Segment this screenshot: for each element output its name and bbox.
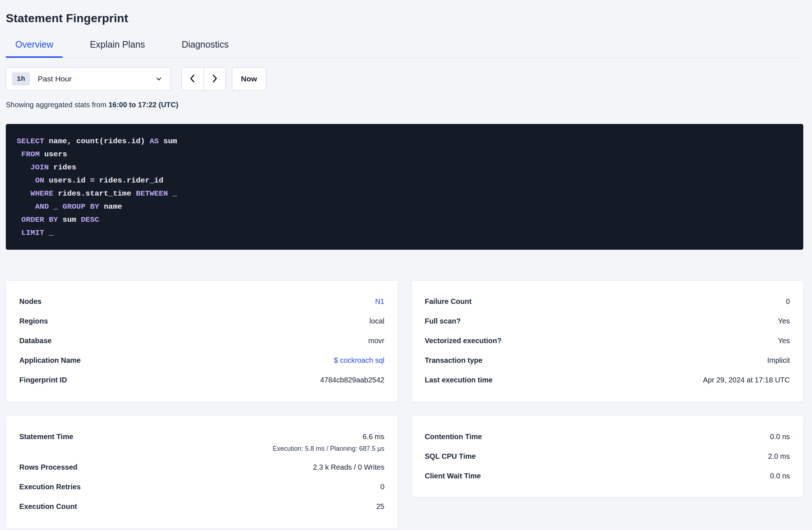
stat-value-stack: 6.6 msExecution: 5.8 ms / Planning: 687.…: [273, 427, 385, 453]
stat-value: Implicit: [767, 356, 790, 365]
sql-identifier: sum: [159, 137, 177, 145]
stat-value: 6.6 ms: [362, 427, 384, 446]
stat-row: Full scan?Yes: [425, 311, 790, 331]
time-range-dropdown[interactable]: 1h Past Hour: [6, 67, 171, 91]
stat-label: Database: [19, 337, 52, 345]
chevron-down-icon: [155, 75, 162, 83]
statement-stats-card: Statement Time6.6 msExecution: 5.8 ms / …: [6, 415, 398, 529]
stat-value: 0: [786, 297, 790, 306]
time-stats-card: Contention Time0.0 nsSQL CPU Time2.0 msC…: [411, 415, 804, 497]
stats-cards-row: Statement Time6.6 msExecution: 5.8 ms / …: [6, 415, 803, 529]
stat-row: Vectorized execution?Yes: [425, 331, 790, 350]
stat-label: Full scan?: [425, 317, 461, 325]
stat-row: Regionslocal: [19, 311, 385, 331]
sql-identifier: users.id = rides.rider_id: [44, 176, 164, 185]
sql-identifier: rides.start_time: [53, 189, 136, 198]
stat-row: Statement Time6.6 msExecution: 5.8 ms / …: [19, 427, 385, 457]
stat-label: Fingerprint ID: [19, 376, 67, 384]
sql-line: ORDER BY sum DESC: [17, 213, 792, 226]
stat-value: Apr 29, 2024 at 17:18 UTC: [703, 376, 790, 384]
stat-row: Databasemovr: [19, 331, 385, 350]
sql-line: FROM users: [17, 148, 792, 161]
sql-keyword: LIMIT: [21, 229, 44, 237]
statement-fingerprint-page: Statement Fingerprint Overview Explain P…: [0, 10, 812, 529]
stat-row: Last execution timeApr 29, 2024 at 17:18…: [425, 370, 790, 390]
time-picker-row: 1h Past Hour Now: [6, 67, 803, 91]
sql-keyword: AND: [35, 202, 49, 211]
page-title: Statement Fingerprint: [6, 10, 803, 26]
aggregated-stats-line: Showing aggregated stats from 16:00 to 1…: [6, 101, 803, 109]
chevron-right-icon: [210, 74, 219, 84]
tab-bar: Overview Explain Plans Diagnostics: [6, 40, 803, 58]
stat-label: SQL CPU Time: [425, 452, 476, 461]
sql-identifier: _: [168, 189, 177, 198]
stat-value: movr: [368, 337, 384, 345]
stat-label: Last execution time: [425, 376, 493, 384]
execution-attributes-card: Failure Count0Full scan?YesVectorized ex…: [411, 280, 804, 402]
stat-row: Rows Processed2.3 k Reads / 0 Writes: [19, 457, 385, 477]
stat-label: Rows Processed: [19, 463, 77, 471]
previous-time-window-button[interactable]: [182, 68, 204, 90]
sql-keyword: GROUP BY: [63, 202, 99, 211]
sql-statement-box: SELECT name, count(rides.id) AS sum FROM…: [6, 124, 803, 250]
sql-identifier: [17, 202, 35, 211]
aggregated-stats-range: 16:00 to 17:22 (UTC): [108, 101, 178, 109]
sql-identifier: _: [49, 202, 63, 211]
next-time-window-button[interactable]: [204, 68, 226, 90]
stat-row: NodesN1: [19, 292, 385, 311]
stat-row: SQL CPU Time2.0 ms: [425, 446, 790, 466]
sql-line: AND _ GROUP BY name: [17, 200, 792, 213]
stat-value-link[interactable]: $ cockroach sql: [334, 356, 385, 365]
stat-value: Yes: [778, 317, 790, 325]
stat-label: Vectorized execution?: [425, 337, 502, 345]
stat-row: Contention Time0.0 ns: [425, 427, 790, 446]
sql-identifier: [17, 216, 21, 224]
sql-keyword: SELECT: [17, 137, 44, 145]
stat-value: 0: [380, 483, 384, 491]
stat-label: Application Name: [19, 356, 81, 365]
sql-keyword: BETWEEN: [136, 189, 168, 198]
stat-value: 25: [376, 502, 384, 511]
stat-label: Regions: [19, 317, 48, 325]
tab-explain-plans[interactable]: Explain Plans: [80, 40, 154, 58]
sql-keyword: JOIN: [31, 163, 49, 172]
stat-label: Nodes: [19, 297, 41, 306]
sql-keyword: ORDER BY: [21, 216, 58, 224]
sql-identifier: users: [40, 150, 67, 158]
stat-label: Statement Time: [19, 427, 73, 446]
stat-value: 4784cb829aab2542: [320, 376, 385, 384]
details-cards-row: NodesN1RegionslocalDatabasemovrApplicati…: [6, 280, 803, 402]
chevron-left-icon: [188, 74, 197, 84]
tab-overview[interactable]: Overview: [6, 40, 63, 58]
stat-label: Client Wait Time: [425, 472, 481, 480]
stat-label: Contention Time: [425, 433, 482, 441]
tab-diagnostics[interactable]: Diagnostics: [172, 40, 238, 58]
sql-identifier: [17, 150, 21, 158]
stat-row: Client Wait Time0.0 ns: [425, 466, 790, 486]
sql-keyword: AS: [149, 137, 158, 145]
stat-row: Execution Count25: [19, 497, 385, 516]
sql-identifier: [17, 163, 31, 172]
stat-row: Fingerprint ID4784cb829aab2542: [19, 370, 385, 390]
sql-line: SELECT name, count(rides.id) AS sum: [17, 135, 792, 148]
stat-row: Execution Retries0: [19, 477, 385, 497]
stat-row: Failure Count0: [425, 292, 790, 311]
time-window-arrows: [181, 67, 226, 91]
stat-value: 0.0 ns: [770, 433, 790, 441]
stat-label: Transaction type: [425, 356, 483, 365]
stat-subvalue: Execution: 5.8 ms / Planning: 687.5 µs: [273, 444, 385, 453]
sql-identifier: [17, 176, 35, 185]
sql-identifier: [17, 189, 31, 198]
stat-label: Execution Count: [19, 502, 77, 511]
sql-keyword: DESC: [81, 216, 99, 224]
sql-line: JOIN rides: [17, 161, 792, 174]
stat-value-link[interactable]: N1: [375, 297, 385, 306]
stat-value: local: [369, 317, 384, 325]
aggregated-stats-prefix: Showing aggregated stats from: [6, 101, 108, 109]
now-button[interactable]: Now: [232, 67, 266, 91]
stat-value: Yes: [778, 337, 790, 345]
sql-identifier: name, count(rides.id): [44, 137, 150, 145]
sql-identifier: rides: [49, 163, 76, 172]
sql-line: ON users.id = rides.rider_id: [17, 174, 792, 187]
stat-label: Execution Retries: [19, 483, 81, 491]
